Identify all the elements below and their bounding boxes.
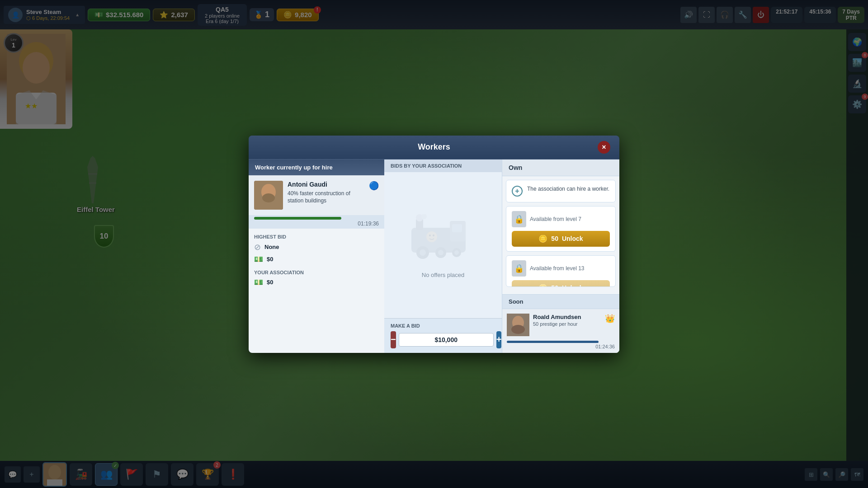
modal-overlay: Workers × Worker currently up for hire — [0, 0, 868, 488]
train-illustration — [407, 212, 479, 266]
soon-section: Soon Roald Amundsen 50 prestige per hour — [502, 294, 619, 353]
soon-timer-bar: 01:24:36 — [507, 341, 615, 349]
left-panel: Worker currently up for hire Antoni Gaud… — [249, 160, 384, 353]
locked-level-text-2: Available from level 13 — [530, 265, 585, 272]
worker-special-icon: 🔵 — [369, 181, 379, 191]
highest-bid-label: HIGHEST BID — [254, 234, 379, 239]
soon-worker-ability: 50 prestige per hour — [533, 321, 601, 327]
worker-name: Antoni Gaudi — [288, 181, 364, 188]
make-bid-label: MAKE A BID — [391, 323, 495, 328]
hire-message-box: + The association can hire a worker. — [506, 180, 616, 202]
svg-point-23 — [429, 235, 431, 236]
workers-dialog: Workers × Worker currently up for hire — [249, 136, 619, 353]
assoc-money-icon: 💵 — [254, 278, 263, 286]
worker-portrait — [254, 181, 283, 210]
worker-info-card: Antoni Gaudi 40% faster construction of … — [249, 175, 384, 215]
no-offers-text: No offers placed — [422, 272, 464, 278]
assoc-bid-money: $0 — [267, 279, 273, 286]
locked-slot-2: 🔒 Available from level 13 🪙 50 Unlock — [506, 255, 616, 287]
bid-plus-button[interactable]: + — [496, 331, 502, 348]
dialog-header: Workers × — [249, 136, 619, 160]
unlock-label-1: Unlock — [562, 235, 583, 242]
highest-bid-value: None — [264, 244, 279, 250]
svg-point-24 — [433, 235, 434, 236]
worker-hire-header: Worker currently up for hire — [249, 160, 384, 175]
bid-minus-button[interactable]: − — [391, 331, 396, 348]
soon-progress-bar — [507, 341, 599, 343]
money-bid-icon: 💵 — [254, 255, 263, 263]
svg-point-18 — [438, 250, 443, 255]
svg-point-27 — [511, 325, 525, 334]
svg-point-20 — [454, 250, 459, 255]
worker-ability: 40% faster construction of station build… — [288, 190, 364, 205]
lock-icon-2: 🔒 — [512, 260, 526, 277]
coin-icon-2: 🪙 — [538, 284, 547, 287]
bid-amount-input[interactable] — [399, 333, 494, 347]
bid-input-row: − + ✓ — [391, 331, 495, 348]
svg-rect-21 — [452, 224, 462, 232]
unlock-cost-1: 50 — [551, 235, 558, 242]
hire-text: The association can hire a worker. — [527, 186, 609, 192]
assoc-bid-label: YOUR ASSOCIATION — [254, 270, 379, 275]
unlock-cost-2: 50 — [551, 284, 558, 287]
lock-icon-1: 🔒 — [512, 211, 526, 227]
svg-point-22 — [426, 231, 437, 242]
own-content: + The association can hire a worker. 🔒 A… — [502, 176, 619, 294]
timer-bar: 01:19:36 — [249, 215, 384, 229]
soon-worker-portrait — [507, 314, 529, 336]
timer-text: 01:19:36 — [254, 221, 379, 227]
close-dialog-button[interactable]: × — [598, 141, 610, 154]
right-panel: Own + The association can hire a worker.… — [502, 160, 619, 353]
bid-section: HIGHEST BID ⊘ None 💵 $0 YOUR ASSOCIATION… — [249, 229, 384, 353]
soon-worker-name: Roald Amundsen — [533, 314, 601, 320]
unlock-button-2[interactable]: 🪙 50 Unlock — [512, 280, 610, 287]
soon-crown-icon: 👑 — [605, 314, 615, 324]
soon-worker-card: Roald Amundsen 50 prestige per hour 👑 — [502, 309, 619, 341]
dialog-title: Workers — [270, 142, 598, 152]
middle-panel: BIDS BY YOUR ASSOCIATION — [384, 160, 502, 353]
coin-icon-1: 🪙 — [538, 235, 547, 243]
unlock-label-2: Unlock — [562, 284, 583, 287]
bids-content: No offers placed — [384, 172, 502, 318]
worker-details: Antoni Gaudi 40% faster construction of … — [288, 181, 364, 205]
hire-plus-icon: + — [512, 186, 523, 197]
no-bid-icon: ⊘ — [254, 242, 261, 252]
bids-by-assoc-header: BIDS BY YOUR ASSOCIATION — [384, 160, 502, 172]
timer-progress-bar — [254, 217, 341, 220]
soon-timer-text: 01:24:36 — [507, 344, 615, 349]
svg-point-16 — [420, 249, 426, 256]
svg-point-9 — [262, 193, 275, 202]
soon-worker-details: Roald Amundsen 50 prestige per hour — [533, 314, 601, 327]
locked-slot-1: 🔒 Available from level 7 🪙 50 Unlock — [506, 206, 616, 252]
locked-level-text-1: Available from level 7 — [530, 216, 581, 222]
dialog-body: Worker currently up for hire Antoni Gaud… — [249, 160, 619, 353]
bid-input-area: MAKE A BID − + ✓ — [384, 318, 502, 353]
highest-bid-money: $0 — [267, 256, 273, 263]
own-section-header: Own — [502, 160, 619, 176]
unlock-button-1[interactable]: 🪙 50 Unlock — [512, 231, 610, 247]
soon-header: Soon — [502, 295, 619, 309]
